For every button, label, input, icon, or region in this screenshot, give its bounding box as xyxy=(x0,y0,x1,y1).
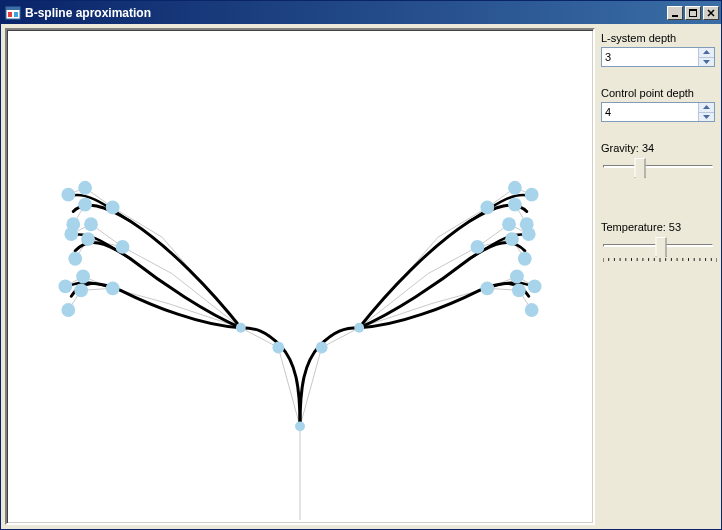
svg-point-14 xyxy=(81,232,95,246)
control-point-spin-up[interactable] xyxy=(699,103,714,112)
minimize-button[interactable] xyxy=(667,6,683,20)
lsystem-spin-down[interactable] xyxy=(699,57,714,67)
svg-point-36 xyxy=(510,270,524,284)
control-point-spin-down[interactable] xyxy=(699,112,714,122)
svg-point-18 xyxy=(106,281,120,295)
svg-point-41 xyxy=(508,181,522,195)
gravity-label: Gravity: 34 xyxy=(601,142,715,154)
lsystem-label: L-system depth xyxy=(601,32,715,44)
lsystem-field: L-system depth xyxy=(601,32,715,67)
lsystem-input[interactable] xyxy=(602,48,698,66)
app-icon xyxy=(5,5,21,21)
svg-point-26 xyxy=(78,181,92,195)
svg-point-39 xyxy=(508,198,522,212)
lsystem-spin-up[interactable] xyxy=(699,48,714,57)
svg-rect-6 xyxy=(689,9,697,11)
svg-point-20 xyxy=(61,303,75,317)
temperature-slider[interactable] xyxy=(601,236,715,262)
svg-rect-2 xyxy=(8,12,12,17)
side-panel: L-system depth Control point depth xyxy=(599,28,717,525)
svg-point-11 xyxy=(236,323,246,333)
svg-point-24 xyxy=(78,198,92,212)
canvas[interactable] xyxy=(9,32,591,521)
svg-point-16 xyxy=(84,217,98,231)
close-button[interactable] xyxy=(703,6,719,20)
svg-point-13 xyxy=(116,240,130,254)
svg-rect-4 xyxy=(672,15,678,17)
svg-point-33 xyxy=(480,281,494,295)
svg-point-19 xyxy=(74,283,88,297)
gravity-slider[interactable] xyxy=(601,157,715,183)
gravity-thumb[interactable] xyxy=(635,158,646,178)
svg-point-35 xyxy=(525,303,539,317)
control-point-input[interactable] xyxy=(602,103,698,121)
gravity-field: Gravity: 34 xyxy=(601,142,715,183)
gravity-track xyxy=(603,165,713,168)
spline-drawing xyxy=(9,32,591,521)
canvas-frame xyxy=(5,28,595,525)
svg-point-34 xyxy=(512,283,526,297)
temperature-field: Temperature: 53 xyxy=(601,221,715,262)
svg-point-38 xyxy=(480,201,494,215)
control-point-stepper[interactable] xyxy=(601,102,715,122)
svg-point-31 xyxy=(502,217,516,231)
svg-point-37 xyxy=(528,279,542,293)
svg-point-29 xyxy=(505,232,519,246)
svg-rect-3 xyxy=(14,12,18,17)
svg-point-12 xyxy=(354,323,364,333)
maximize-button[interactable] xyxy=(685,6,701,20)
window-title: B-spline aproximation xyxy=(25,6,667,20)
svg-point-42 xyxy=(525,188,539,202)
control-point-field: Control point depth xyxy=(601,87,715,122)
svg-point-25 xyxy=(66,217,80,231)
svg-point-9 xyxy=(272,342,284,354)
titlebar[interactable]: B-spline aproximation xyxy=(1,1,721,24)
lsystem-stepper[interactable] xyxy=(601,47,715,67)
svg-point-22 xyxy=(58,279,72,293)
svg-point-8 xyxy=(295,421,305,431)
svg-point-21 xyxy=(76,270,90,284)
svg-point-15 xyxy=(68,252,82,266)
client-area: L-system depth Control point depth xyxy=(1,24,721,529)
svg-point-30 xyxy=(518,252,532,266)
svg-point-27 xyxy=(61,188,75,202)
temperature-label: Temperature: 53 xyxy=(601,221,715,233)
window-buttons xyxy=(667,6,719,20)
svg-rect-1 xyxy=(6,7,20,10)
temperature-ticks xyxy=(603,258,717,262)
svg-point-10 xyxy=(316,342,328,354)
svg-point-28 xyxy=(471,240,485,254)
control-point-label: Control point depth xyxy=(601,87,715,99)
app-window: B-spline aproximation xyxy=(0,0,722,530)
temperature-thumb[interactable] xyxy=(656,237,667,257)
svg-point-23 xyxy=(106,201,120,215)
svg-point-40 xyxy=(520,217,534,231)
